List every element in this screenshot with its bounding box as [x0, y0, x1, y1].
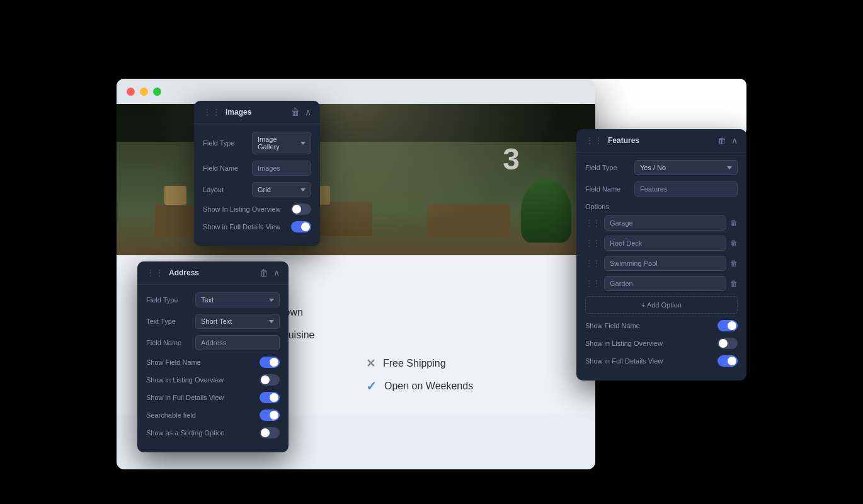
address-sorting-row: Show as a Sorting Option [146, 427, 280, 438]
feature-free-shipping: ✕ Free Shipping [366, 356, 565, 371]
address-panel-title-row: ⋮⋮ Address [146, 268, 199, 278]
images-panel: ⋮⋮ Images 🗑 ∧ Field Type Image Gallery F… [194, 101, 320, 246]
features-show-listing-toggle[interactable] [717, 338, 738, 349]
address-show-field-name-label: Show Field Name [146, 358, 201, 366]
features-delete-btn[interactable]: 🗑 [717, 135, 726, 146]
address-show-field-name-toggle[interactable] [260, 357, 280, 368]
light-effect [117, 104, 595, 255]
option-delete-garden[interactable]: 🗑 [730, 279, 738, 288]
address-text-type-select[interactable]: Short Text [195, 314, 280, 329]
option-drag-garage[interactable]: ⋮⋮ [585, 219, 600, 227]
images-delete-btn[interactable]: 🗑 [291, 107, 300, 117]
features-field-name-input[interactable]: Features [634, 181, 738, 197]
option-delete-roof-deck[interactable]: 🗑 [730, 239, 738, 248]
address-panel-actions: 🗑 ∧ [260, 268, 280, 278]
address-field-name-row: Field Name Address [146, 335, 280, 350]
option-input-roof-deck[interactable]: Roof Deck [604, 236, 726, 251]
features-show-field-name-toggle[interactable] [717, 320, 738, 331]
features-show-listing-label: Show in Listing Overview [585, 340, 663, 347]
option-delete-garage[interactable]: 🗑 [730, 219, 738, 227]
cross-icon-1: ✕ [366, 357, 375, 370]
address-searchable-row: Searchable field [146, 410, 280, 421]
features-drag-icon[interactable]: ⋮⋮ [585, 135, 603, 146]
images-field-type-row: Field Type Image Gallery [203, 132, 311, 154]
features-show-field-name-label: Show Field Name [585, 322, 640, 329]
images-layout-select[interactable]: Grid [252, 182, 311, 197]
images-panel-body: Field Type Image Gallery Field Name Imag… [194, 124, 320, 246]
address-field-name-input[interactable]: Address [195, 335, 280, 350]
address-show-full-label: Show in Full Details View [146, 394, 224, 401]
images-field-type-select[interactable]: Image Gallery [252, 132, 311, 154]
check-icon-3: ✓ [366, 379, 377, 394]
images-field-name-row: Field Name Images [203, 161, 311, 176]
address-field-type-chevron [269, 299, 274, 302]
address-show-full-toggle[interactable] [260, 392, 280, 403]
address-show-listing-toggle[interactable] [260, 374, 280, 386]
features-field-type-label: Field Type [585, 164, 629, 171]
features-field-type-row: Field Type Yes / No [585, 160, 738, 175]
add-option-button[interactable]: + Add Option [585, 296, 738, 314]
address-collapse-btn[interactable]: ∧ [273, 268, 280, 278]
address-field-name-label: Field Name [146, 339, 190, 346]
images-show-full-row: Show in Full Details View [203, 221, 311, 232]
feature-label-2: Free Shipping [383, 358, 446, 369]
images-panel-title-row: ⋮⋮ Images [203, 107, 251, 117]
images-collapse-btn[interactable]: ∧ [305, 107, 311, 117]
address-panel-body: Field Type Text Text Type Short Text Fie… [137, 285, 289, 452]
address-show-listing-row: Show in Listing Overview [146, 374, 280, 386]
option-drag-garden[interactable]: ⋮⋮ [585, 279, 600, 288]
traffic-light-yellow[interactable] [140, 88, 148, 96]
features-panel-title-row: ⋮⋮ Features [585, 135, 639, 146]
address-field-type-select[interactable]: Text [195, 292, 280, 307]
browser-titlebar [117, 79, 595, 104]
features-show-full-toggle[interactable] [717, 355, 738, 367]
address-field-type-label: Field Type [146, 296, 190, 304]
address-show-listing-label: Show in Listing Overview [146, 376, 224, 384]
address-searchable-toggle[interactable] [260, 410, 280, 421]
images-field-name-input[interactable]: Images [252, 161, 311, 176]
traffic-light-red[interactable] [127, 88, 135, 96]
images-show-listing-toggle[interactable] [291, 203, 311, 215]
images-field-type-label: Field Type [203, 139, 247, 147]
features-field-type-select[interactable]: Yes / No [634, 160, 738, 175]
option-drag-roof-deck[interactable]: ⋮⋮ [585, 239, 600, 248]
address-delete-btn[interactable]: 🗑 [260, 268, 268, 278]
features-options-label: Options [585, 203, 738, 210]
feature-open-weekends: ✓ Open on Weekends [366, 379, 565, 394]
option-row-swimming-pool: ⋮⋮ Swimming Pool 🗑 [585, 256, 738, 271]
images-panel-header: ⋮⋮ Images 🗑 ∧ [194, 101, 320, 124]
images-layout-row: Layout Grid [203, 182, 311, 197]
address-text-type-row: Text Type Short Text [146, 314, 280, 329]
address-field-type-value: Text [201, 296, 214, 304]
images-drag-icon[interactable]: ⋮⋮ [203, 107, 220, 117]
images-show-full-toggle[interactable] [291, 221, 311, 232]
address-field-type-row: Field Type Text [146, 292, 280, 307]
address-panel: ⋮⋮ Address 🗑 ∧ Field Type Text Text Type… [137, 261, 289, 452]
features-panel: ⋮⋮ Features 🗑 ∧ Field Type Yes / No Fiel… [576, 129, 746, 381]
features-field-type-value: Yes / No [640, 164, 666, 171]
features-show-full-label: Show in Full Details View [585, 357, 663, 365]
images-panel-title: Images [226, 108, 251, 117]
option-input-swimming-pool[interactable]: Swimming Pool [604, 256, 726, 271]
address-text-type-chevron [269, 320, 274, 323]
address-drag-icon[interactable]: ⋮⋮ [146, 268, 164, 278]
address-sorting-toggle[interactable] [260, 427, 280, 438]
restaurant-hero-image: 3 [117, 104, 595, 255]
option-input-garden[interactable]: Garden [604, 276, 726, 291]
option-row-garden: ⋮⋮ Garden 🗑 [585, 276, 738, 291]
images-show-listing-row: Show In Listing Overview [203, 203, 311, 215]
traffic-light-green[interactable] [153, 88, 161, 96]
images-field-name-label: Field Name [203, 164, 247, 172]
option-input-garage[interactable]: Garage [604, 215, 726, 231]
restaurant-scene: 3 [117, 104, 595, 255]
white-panel [583, 79, 746, 135]
option-delete-swimming-pool[interactable]: 🗑 [730, 259, 738, 268]
address-panel-header: ⋮⋮ Address 🗑 ∧ [137, 261, 289, 285]
option-drag-swimming-pool[interactable]: ⋮⋮ [585, 259, 600, 268]
images-layout-label: Layout [203, 186, 247, 193]
address-show-field-name-row: Show Field Name [146, 357, 280, 368]
images-field-type-value: Image Gallery [258, 135, 298, 151]
features-collapse-btn[interactable]: ∧ [731, 135, 738, 146]
features-panel-header: ⋮⋮ Features 🗑 ∧ [576, 129, 746, 152]
address-sorting-label: Show as a Sorting Option [146, 429, 225, 437]
